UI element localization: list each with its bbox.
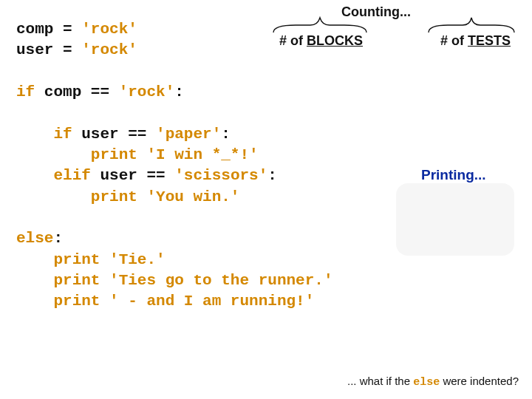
tests-label: # of TESTS bbox=[440, 33, 511, 49]
tests-word: TESTS bbox=[468, 33, 511, 48]
printing-bubble bbox=[396, 183, 514, 256]
footer-suffix: were indented? bbox=[440, 375, 519, 387]
tests-prefix: # of bbox=[440, 33, 468, 48]
printing-label: Printing... bbox=[421, 167, 486, 183]
footer-prefix: ... what if the bbox=[347, 375, 413, 387]
code-block: comp = 'rock' user = 'rock' if comp == '… bbox=[16, 19, 333, 313]
footer-keyword: else bbox=[413, 376, 440, 389]
counting-label: Counting... bbox=[341, 4, 411, 20]
footer-question: ... what if the else were indented? bbox=[347, 375, 519, 389]
